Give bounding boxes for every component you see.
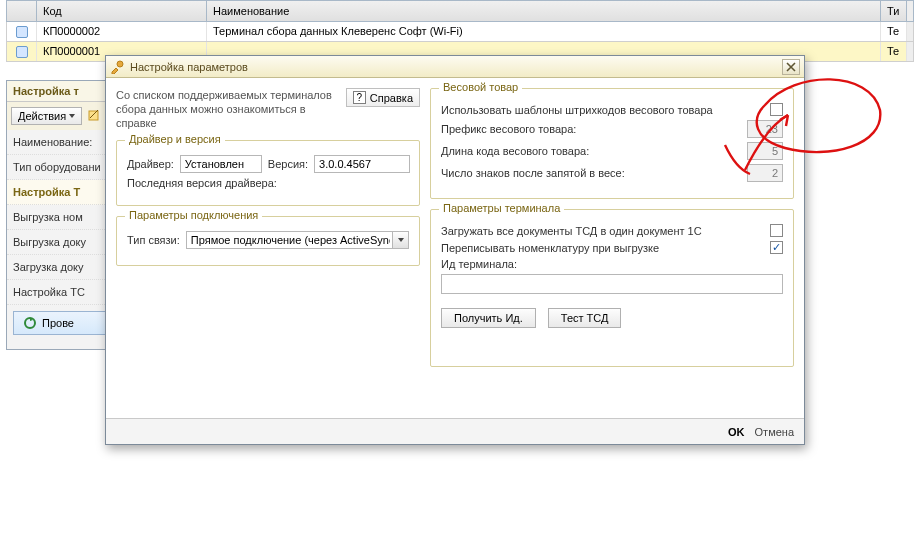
svg-marker-2 xyxy=(112,68,118,74)
chevron-down-icon xyxy=(69,114,75,118)
panel-title: Настройка т xyxy=(7,81,117,102)
edit-icon[interactable] xyxy=(86,108,102,124)
use-templates-checkbox[interactable] xyxy=(770,103,783,116)
link-terminal-settings[interactable]: Настройка ТС xyxy=(7,280,117,305)
data-grid: Код Наименование Ти КП0000002 Терминал с… xyxy=(6,0,914,62)
weight-group-legend: Весовой товар xyxy=(439,81,522,93)
row-ti: Те xyxy=(881,22,907,41)
driver-label: Драйвер: xyxy=(127,158,174,170)
use-templates-label: Использовать шаблоны штрихкодов весового… xyxy=(441,104,764,116)
grid-header-icon[interactable] xyxy=(7,1,37,21)
close-button[interactable] xyxy=(782,59,800,75)
terminal-group: Параметры терминала Загружать все докуме… xyxy=(430,209,794,367)
version-field xyxy=(314,155,410,173)
grid-header-ti[interactable]: Ти xyxy=(881,1,907,21)
code-length-field xyxy=(747,142,783,160)
row-code: КП0000002 xyxy=(37,22,207,41)
check-button[interactable]: Прове xyxy=(13,311,111,335)
prefix-field xyxy=(747,120,783,138)
info-text: Со списком поддерживаемых терминалов сбо… xyxy=(116,88,338,130)
row-icon xyxy=(16,26,28,38)
wrench-icon xyxy=(110,60,124,74)
dialog-title: Настройка параметров xyxy=(130,61,248,73)
scroll-corner xyxy=(907,1,913,21)
test-label: Тест ТСД xyxy=(561,312,609,324)
code-length-label: Длина кода весового товара: xyxy=(441,145,741,157)
refresh-icon xyxy=(22,315,38,331)
version-label: Версия: xyxy=(268,158,308,170)
dialog-titlebar[interactable]: Настройка параметров xyxy=(106,56,804,78)
connection-group: Параметры подключения Тип связи: xyxy=(116,216,420,266)
get-id-button[interactable]: Получить Ид. xyxy=(441,308,536,328)
link-download-documents[interactable]: Загрузка доку xyxy=(7,255,117,280)
subgroup-title: Настройка Т xyxy=(7,180,117,205)
row-ti: Те xyxy=(881,42,907,61)
decimals-field xyxy=(747,164,783,182)
prefix-label: Префикс весового товара: xyxy=(441,123,741,135)
help-button[interactable]: ? Справка xyxy=(346,88,420,107)
terminal-id-label: Ид терминала: xyxy=(441,258,517,270)
overwrite-label: Переписывать номенклатуру при выгрузке xyxy=(441,242,764,254)
close-icon xyxy=(786,62,796,72)
check-label: Прове xyxy=(42,317,74,329)
help-label: Справка xyxy=(370,92,413,104)
svg-rect-0 xyxy=(89,111,98,120)
settings-dialog: Настройка параметров Со списком поддержи… xyxy=(105,55,805,445)
question-icon: ? xyxy=(353,91,366,104)
equipment-type-label: Тип оборудовани xyxy=(7,155,117,180)
grid-row[interactable]: КП0000002 Терминал сбора данных Клеверен… xyxy=(6,22,914,42)
grid-header: Код Наименование Ти xyxy=(6,0,914,22)
connection-group-legend: Параметры подключения xyxy=(125,209,262,221)
chevron-down-icon[interactable] xyxy=(392,232,408,248)
svg-point-3 xyxy=(117,61,123,67)
link-upload-nomenclature[interactable]: Выгрузка ном xyxy=(7,205,117,230)
last-version-label: Последняя версия драйвера: xyxy=(127,177,277,189)
grid-header-code[interactable]: Код xyxy=(37,1,207,21)
ok-button[interactable]: OK xyxy=(728,426,745,438)
row-name: Терминал сбора данных Клеверенс Софт (Wi… xyxy=(207,22,881,41)
get-id-label: Получить Ид. xyxy=(454,312,523,324)
overwrite-checkbox[interactable] xyxy=(770,241,783,254)
dialog-button-bar: OK Отмена xyxy=(106,418,804,444)
name-label: Наименование: xyxy=(7,130,117,155)
load-all-checkbox[interactable] xyxy=(770,224,783,237)
terminal-id-field[interactable] xyxy=(441,274,783,294)
driver-group-legend: Драйвер и версия xyxy=(125,133,225,145)
connection-type-label: Тип связи: xyxy=(127,234,180,246)
driver-status-field xyxy=(180,155,262,173)
decimals-label: Число знаков после запятой в весе: xyxy=(441,167,741,179)
actions-label: Действия xyxy=(18,110,66,122)
test-button[interactable]: Тест ТСД xyxy=(548,308,622,328)
connection-type-value xyxy=(186,231,409,249)
load-all-label: Загружать все документы ТСД в один докум… xyxy=(441,225,764,237)
link-upload-documents[interactable]: Выгрузка доку xyxy=(7,230,117,255)
actions-menu-button[interactable]: Действия xyxy=(11,107,82,125)
panel-toolbar: Действия xyxy=(7,102,117,130)
row-icon xyxy=(16,46,28,58)
driver-group: Драйвер и версия Драйвер: Версия: Послед… xyxy=(116,140,420,206)
grid-header-name[interactable]: Наименование xyxy=(207,1,881,21)
cancel-button[interactable]: Отмена xyxy=(755,426,794,438)
connection-type-select[interactable] xyxy=(186,231,409,249)
weight-group: Весовой товар Использовать шаблоны штрих… xyxy=(430,88,794,199)
hidden-settings-panel: Настройка т Действия Наименование: Тип о… xyxy=(6,80,118,350)
terminal-group-legend: Параметры терминала xyxy=(439,202,564,214)
